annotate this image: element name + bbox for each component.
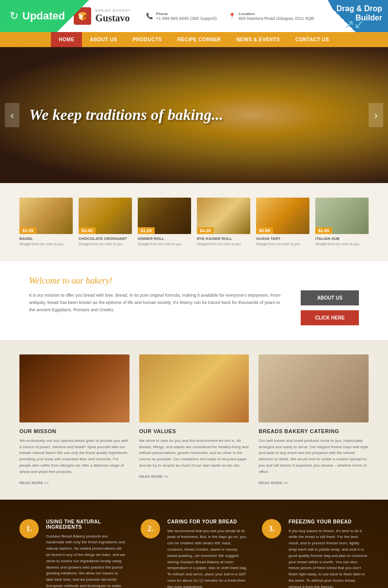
logo-title: Gustavo (95, 13, 131, 24)
tip-item-0: 1. USING THE NATURAL INGREDIENTS Gustavo… (19, 519, 126, 588)
welcome-buttons: ABOUT US CLICK HERE (301, 276, 359, 325)
products-section: $3.29 BAGEL Straight from our oven to yo… (0, 183, 388, 261)
nav-item-recipe[interactable]: RECIPE CORNER (170, 32, 229, 47)
product-name-4: GUAVA TART (256, 236, 309, 241)
mission-grid: OUR MISSON We exclusively use sun ripene… (19, 354, 369, 485)
mission-title-2: BREADS BAKERY CATERING (259, 428, 369, 434)
product-name-2: DINNER ROLL (138, 236, 191, 241)
tip-item-1: 2. CARING FOR YOUR BREAD We recommend th… (141, 519, 247, 588)
phone-contact: 📞 Phone +1 999 869 6695 (365 Support) (146, 12, 217, 21)
nav-item-home[interactable]: HOME (51, 32, 82, 47)
product-item-1[interactable]: $2.49 CHOCOLATE CROISSANT Straight from … (79, 198, 132, 247)
tip-number-1: 2. (141, 519, 160, 538)
product-item-4[interactable]: $0.99 GUAVA TART Straight from our oven … (256, 198, 309, 247)
product-image-0: $3.29 (19, 198, 73, 234)
tip-content-2: FREEZING YOUR BREAD If you buy loaves to… (289, 519, 369, 588)
mission-text-0: We exclusively use sun ripened whole gra… (19, 438, 129, 475)
mission-item-2: BREADS BAKERY CATERING Our well known an… (259, 354, 369, 485)
product-item-3[interactable]: $4.29 RYE KAISER ROLL Straight from our … (197, 198, 250, 247)
tip-text-2: If you buy loaves to freeze, it's best t… (289, 528, 369, 588)
product-desc-2: Straight from our oven to you. (138, 242, 191, 247)
about-us-button[interactable]: ABOUT US (301, 290, 359, 305)
tip-number-2: 3. (262, 519, 281, 538)
mission-image-0 (19, 354, 129, 422)
product-image-3: $4.29 (197, 198, 250, 234)
welcome-text: It is our mission to offer you bread wit… (29, 292, 286, 314)
tip-number-0: 1. (19, 519, 39, 538)
phone-number: +1 999 869 6695 (365 Support) (156, 16, 217, 21)
product-desc-0: Straight from our oven to you. (19, 242, 73, 247)
read-more-link-1[interactable]: READ MORE >> (139, 474, 168, 479)
product-image-2: $1.29 (138, 198, 191, 234)
mission-text-1: We strive to care for you and the enviro… (139, 438, 249, 469)
product-name-5: ITALIAN SUB (315, 236, 369, 241)
tip-title-1: CARING FOR YOUR BREAD (167, 519, 247, 524)
location-contact: 📍 Location 800 Mantora Road Glasgow, DG1… (228, 12, 314, 21)
product-price-0: $3.29 (19, 227, 36, 234)
product-name-0: BAGEL (19, 236, 73, 241)
nav-item-products[interactable]: PRODUCTS (125, 32, 170, 47)
product-price-1: $2.49 (79, 227, 96, 234)
product-desc-4: Straight from our oven to you. (256, 242, 309, 247)
hero-next-button[interactable]: › (369, 103, 383, 127)
welcome-content: Welcome to our bakery! It is our mission… (29, 276, 286, 314)
mission-image-1 (139, 354, 249, 422)
tip-title-0: USING THE NATURAL INGREDIENTS (46, 519, 126, 530)
mission-title-0: OUR MISSON (19, 428, 129, 434)
tip-text-1: We recommend that you eat your bread at … (167, 528, 247, 588)
product-name-1: CHOCOLATE CROISSANT (79, 236, 132, 241)
logo-subtitle: BREAD BAKERY (95, 8, 131, 13)
product-price-3: $4.29 (197, 227, 214, 234)
sync-icon: ↻ (10, 10, 18, 22)
tip-title-2: FREEZING YOUR BREAD (289, 519, 369, 524)
hero-section: We keep traditions of baking... ‹ › (0, 47, 388, 183)
product-image-4: $0.99 (256, 198, 309, 234)
mission-text-2: Our well known and loved products come t… (259, 438, 369, 475)
welcome-section: Welcome to our bakery! It is our mission… (0, 261, 388, 340)
logo-text-area: BREAD BAKERY Gustavo (95, 8, 131, 24)
tip-content-1: CARING FOR YOUR BREAD We recommend that … (167, 519, 247, 588)
main-nav: HOME ABOUT US PRODUCTS RECIPE CORNER NEW… (0, 32, 388, 47)
mission-image-2 (259, 354, 369, 422)
mission-item-0: OUR MISSON We exclusively use sun ripene… (19, 354, 129, 485)
location-icon: 📍 (228, 13, 236, 19)
product-desc-1: Straight from our oven to you. (79, 242, 132, 247)
click-here-button[interactable]: CLICK HERE (301, 310, 359, 325)
updated-text: Updated (22, 10, 65, 22)
product-price-2: $1.29 (138, 227, 155, 234)
product-price-5: $2.89 (315, 227, 332, 234)
read-more-link-2[interactable]: READ MORE >> (259, 481, 288, 485)
product-item-5[interactable]: $2.89 ITALIAN SUB Straight from our oven… (315, 198, 369, 247)
nav-item-news[interactable]: NEWS & EVENTS (229, 32, 288, 47)
welcome-title: Welcome to our bakery! (29, 276, 286, 286)
product-image-1: $2.49 (79, 198, 132, 234)
drag-arrows-icon: ↗↙ (344, 17, 364, 31)
hero-headline: We keep traditions of baking... (29, 105, 223, 125)
nav-item-about[interactable]: ABOUT US (82, 32, 125, 47)
product-desc-5: Straight from our oven to you. (315, 242, 369, 247)
tips-section: 1. USING THE NATURAL INGREDIENTS Gustavo… (0, 500, 388, 588)
product-item-2[interactable]: $1.29 DINNER ROLL Straight from our oven… (138, 198, 191, 247)
location-label: Location (239, 12, 314, 16)
header-center: 🍞 BREAD BAKERY Gustavo 📞 Phone +1 999 86… (74, 7, 314, 25)
mission-section: OUR MISSON We exclusively use sun ripene… (0, 340, 388, 500)
product-name-3: RYE KAISER ROLL (197, 236, 250, 241)
nav-item-contact[interactable]: CONTACT US (288, 32, 337, 47)
tip-item-2: 3. FREEZING YOUR BREAD If you buy loaves… (262, 519, 369, 588)
products-grid: $3.29 BAGEL Straight from our oven to yo… (19, 198, 369, 247)
header-contact: 📞 Phone +1 999 869 6695 (365 Support) 📍 … (146, 12, 314, 21)
phone-icon: 📞 (146, 13, 153, 19)
tip-content-0: USING THE NATURAL INGREDIENTS Gustavo Br… (46, 519, 126, 588)
read-more-link-0[interactable]: READ MORE >> (19, 481, 48, 485)
mission-item-1: OUR VALUES We strive to care for you and… (139, 354, 249, 485)
product-price-4: $0.99 (256, 227, 273, 234)
mission-title-1: OUR VALUES (139, 428, 249, 434)
location-address: 800 Mantora Road Glasgow, DG1 8QB (239, 16, 314, 21)
product-item-0[interactable]: $3.29 BAGEL Straight from our oven to yo… (19, 198, 73, 247)
hero-content: We keep traditions of baking... (0, 105, 252, 125)
phone-label: Phone (156, 12, 217, 16)
product-desc-3: Straight from our oven to you. (197, 242, 250, 247)
tip-text-0: Gustavo Bread Bakery products are handma… (46, 534, 126, 588)
product-image-5: $2.89 (315, 198, 369, 234)
